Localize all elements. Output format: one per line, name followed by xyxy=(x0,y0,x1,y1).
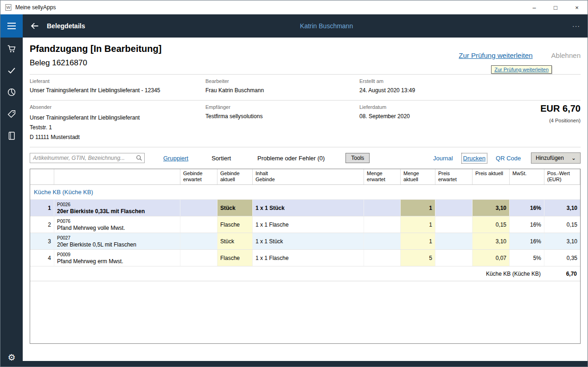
gruppiert-toggle[interactable]: Gruppiert xyxy=(163,155,188,162)
gebinde-erwartet-cell xyxy=(180,233,217,249)
reject-link[interactable]: Ablehnen xyxy=(551,51,581,59)
more-options-icon[interactable]: ··· xyxy=(572,22,580,30)
document-header: Pfandzugang [In Bearbeitung] Beleg 16216… xyxy=(30,38,581,74)
lieferant-value: Unser Trainingslieferant Ihr Lieblingsli… xyxy=(30,87,205,94)
preis-erwartet-cell xyxy=(435,200,473,216)
group-header[interactable]: Küche KB (Küche KB) xyxy=(30,185,580,200)
gebinde-aktuell-cell[interactable]: Stück xyxy=(217,233,253,249)
hinzufuegen-button[interactable]: Hinzufügen ⌄ xyxy=(531,152,581,164)
pie-chart-icon[interactable] xyxy=(6,87,17,97)
body: ⚙ Pfandzugang [In Bearbeitung] Beleg 162… xyxy=(0,38,588,367)
menge-erwartet-cell xyxy=(364,216,401,233)
gebinde-aktuell-cell[interactable]: Flasche xyxy=(217,216,253,233)
article-code: P0026 xyxy=(57,202,70,208)
preis-erwartet-cell xyxy=(435,250,473,266)
table-row[interactable]: 2 P0076Pfand Mehrweg volle Mwst. Flasche… xyxy=(30,216,580,233)
probleme-filter[interactable]: Probleme oder Fehler (0) xyxy=(257,155,325,162)
app-header: Belegdetails Katrin Buschmann ··· xyxy=(0,14,588,38)
positions-count: (4 Positionen) xyxy=(540,118,581,123)
erstellt-am-label: Erstellt am xyxy=(359,78,581,84)
document-actions: Zur Prüfung weiterleiten Ablehnen xyxy=(459,51,581,59)
app-window: W Meine sellyApps – □ × Belegdetails Kat… xyxy=(0,0,588,367)
article-name: 20er Bierkiste 0,5L mit Flaschen xyxy=(57,241,136,248)
header-article xyxy=(54,169,180,184)
search-icon[interactable] xyxy=(135,154,143,163)
menge-aktuell-cell[interactable]: 1 xyxy=(401,216,435,233)
hamburger-menu-icon[interactable] xyxy=(0,14,23,38)
forward-link-tooltip: Zur Prüfung weiterleiten xyxy=(491,65,552,74)
inhalt-gebinde-cell: 1 x 1 Stück xyxy=(253,200,364,216)
hinzufuegen-label: Hinzufügen xyxy=(536,155,564,161)
header-mwst: MwSt. xyxy=(510,169,544,184)
qr-code-link[interactable]: QR Code xyxy=(496,155,521,162)
mwst-cell: 16% xyxy=(510,233,544,249)
group-total-row: Küche KB (Küche KB) 6,70 xyxy=(30,266,580,281)
inhalt-gebinde-cell: 1 x 1 Stück xyxy=(253,233,364,249)
header-menge-erwartet: Menge erwartet xyxy=(364,169,401,184)
check-icon[interactable] xyxy=(6,65,17,76)
app-icon: W xyxy=(5,4,12,11)
drucken-link[interactable]: Drucken xyxy=(463,155,486,162)
price-tag-icon[interactable] xyxy=(6,109,17,119)
pos-wert-cell: 0,15 xyxy=(544,216,580,233)
preis-aktuell-cell[interactable]: 3,10 xyxy=(473,233,510,249)
table-row[interactable]: 4 P0009Pfand Mehrweg erm Mwst. Flasche 1… xyxy=(30,250,580,266)
gebinde-aktuell-cell[interactable]: Flasche xyxy=(217,250,253,266)
header-inhalt-gebinde: Inhalt Gebinde xyxy=(253,169,364,184)
window-title: Meine sellyApps xyxy=(15,4,56,11)
current-user-link[interactable]: Katrin Buschmann xyxy=(65,22,588,30)
preis-aktuell-cell[interactable]: 3,10 xyxy=(473,200,510,216)
toolbar-right: Journal Drucken QR Code Hinzufügen ⌄ xyxy=(433,152,581,164)
menge-erwartet-cell xyxy=(364,233,401,249)
search-input[interactable] xyxy=(30,153,145,163)
absender-line-1: Unser Trainingslieferant Ihr Lieblingsli… xyxy=(30,113,205,123)
group-total-label: Küche KB (Küche KB) xyxy=(30,266,543,281)
sortiert-toggle[interactable]: Sortiert xyxy=(211,155,231,162)
forward-for-review-link[interactable]: Zur Prüfung weiterleiten xyxy=(459,51,532,59)
back-arrow-icon[interactable] xyxy=(28,19,41,32)
header-num xyxy=(30,169,54,184)
close-icon[interactable]: × xyxy=(566,0,588,14)
book-icon[interactable] xyxy=(6,131,17,141)
inhalt-gebinde-cell: 1 x 1 Flasche xyxy=(253,216,364,233)
header-preis-erwartet: Preis erwartet xyxy=(435,169,473,184)
bearbeiter-value: Frau Katrin Buschmann xyxy=(205,87,359,94)
empfaenger-value: Testfirma sellysolutions xyxy=(205,113,359,120)
tools-button[interactable]: Tools xyxy=(345,153,370,163)
preis-erwartet-cell xyxy=(435,233,473,249)
header-gebinde-erwartet: Gebinde erwartet xyxy=(180,169,217,184)
gear-icon[interactable]: ⚙ xyxy=(7,352,15,363)
table-row[interactable]: 3 P002720er Bierkiste 0,5L mit Flaschen … xyxy=(30,233,580,250)
header-gebinde-aktuell: Gebinde aktuell xyxy=(217,169,253,184)
menge-aktuell-cell[interactable]: 1 xyxy=(401,233,435,249)
pos-wert-cell: 3,10 xyxy=(544,233,580,249)
article-name: Pfand Mehrweg erm Mwst. xyxy=(57,258,123,265)
menge-aktuell-cell[interactable]: 1 xyxy=(401,200,435,216)
main-content: Pfandzugang [In Bearbeitung] Beleg 16216… xyxy=(23,38,588,361)
preis-aktuell-cell[interactable]: 0,07 xyxy=(473,250,510,266)
gebinde-erwartet-cell xyxy=(180,216,217,233)
table-row[interactable]: 1 P002620er Bierkiste 0,33L mit Flaschen… xyxy=(30,200,580,216)
pos-wert-cell: 0,35 xyxy=(544,250,580,266)
search-box xyxy=(30,153,145,163)
gebinde-aktuell-cell[interactable]: Stück xyxy=(217,200,253,216)
journal-link[interactable]: Journal xyxy=(433,155,453,162)
preis-aktuell-cell[interactable]: 0,15 xyxy=(473,216,510,233)
minimize-icon[interactable]: – xyxy=(524,0,545,14)
titlebar: W Meine sellyApps – □ × xyxy=(0,0,588,14)
window-controls: – □ × xyxy=(524,0,588,14)
cart-icon[interactable] xyxy=(6,44,17,54)
absender-line-3: D 11111 Musterstadt xyxy=(30,133,205,142)
article-name: Pfand Mehrweg volle Mwst. xyxy=(57,225,125,231)
menge-aktuell-cell[interactable]: 5 xyxy=(401,250,435,266)
maximize-icon[interactable]: □ xyxy=(545,0,566,14)
positions-table: Gebinde erwartet Gebinde aktuell Inhalt … xyxy=(30,169,581,344)
main-wrap: Pfandzugang [In Bearbeitung] Beleg 16216… xyxy=(23,38,588,367)
absender-label: Absender xyxy=(30,104,205,110)
bearbeiter-label: Bearbeiter xyxy=(205,78,359,84)
chevron-down-icon: ⌄ xyxy=(571,155,576,161)
header-menge-aktuell: Menge aktuell xyxy=(401,169,435,184)
bottom-bar xyxy=(23,361,588,367)
article-name: 20er Bierkiste 0,33L mit Flaschen xyxy=(57,208,145,215)
empfaenger-label: Empfänger xyxy=(205,104,359,110)
